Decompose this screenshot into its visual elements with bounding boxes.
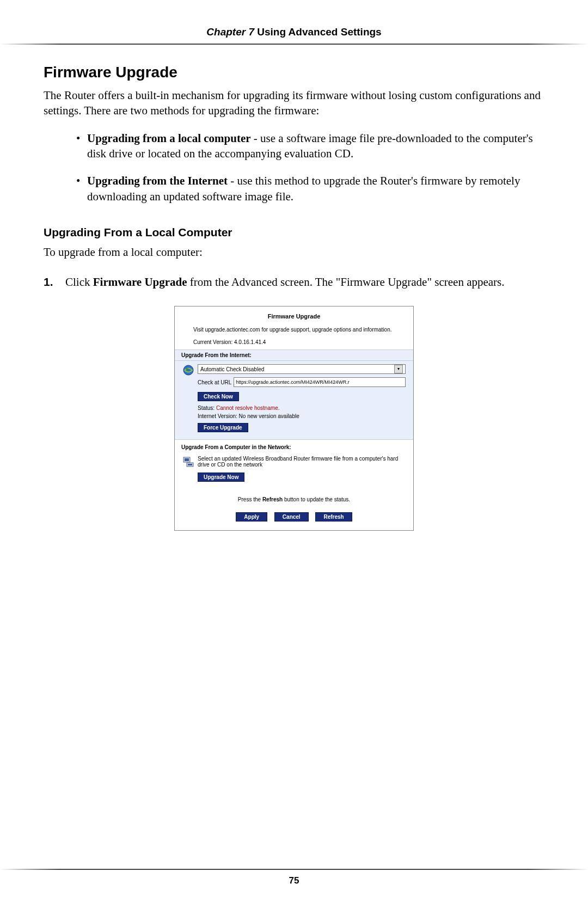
internet-version: Internet Version: No new version availab…: [198, 413, 406, 419]
globe-icon: [182, 364, 194, 376]
method-bold: Upgrading from the Internet: [87, 174, 228, 187]
computer-icon: [182, 456, 194, 469]
footer-divider: [0, 869, 588, 870]
force-upgrade-button[interactable]: Force Upgrade: [198, 423, 248, 432]
network-section-header: Upgrade From a Computer in the Network:: [175, 440, 413, 452]
refresh-button[interactable]: Refresh: [315, 512, 352, 522]
method-item: Upgrading from a local computer - use a …: [76, 131, 544, 162]
screenshot-container: Firmware Upgrade Visit upgrade.actiontec…: [44, 306, 544, 531]
network-section-body: Select an updated Wireless Broadband Rou…: [175, 452, 413, 489]
method-bold: Upgrading from a local computer: [87, 132, 251, 145]
apply-button[interactable]: Apply: [236, 512, 267, 522]
section-title: Firmware Upgrade: [44, 64, 544, 81]
chapter-title: Using Advanced Settings: [257, 26, 381, 38]
firmware-upgrade-screenshot: Firmware Upgrade Visit upgrade.actiontec…: [174, 306, 414, 531]
chevron-down-icon: ▼: [394, 365, 403, 373]
url-input[interactable]: https://upgrade.actiontec.com/MI424WR/MI…: [234, 377, 406, 387]
chapter-prefix: Chapter 7: [206, 26, 254, 38]
step-item: Click Firmware Upgrade from the Advanced…: [44, 274, 544, 290]
network-text: Select an updated Wireless Broadband Rou…: [198, 456, 406, 468]
method-list: Upgrading from a local computer - use a …: [44, 131, 544, 204]
url-label: Check at URL: [198, 379, 231, 385]
page-header: Chapter 7 Using Advanced Settings: [0, 0, 588, 38]
select-value: Automatic Check Disabled: [200, 366, 264, 372]
step-text-bold: Firmware Upgrade: [93, 275, 187, 289]
status-label: Status:: [198, 405, 216, 411]
screenshot-title: Firmware Upgrade: [175, 306, 413, 324]
refresh-hint: Press the Refresh button to update the s…: [175, 489, 413, 502]
step-list: Click Firmware Upgrade from the Advanced…: [44, 274, 544, 290]
action-buttons: Apply Cancel Refresh: [175, 502, 413, 530]
step-text-pre: Click: [65, 275, 93, 289]
status-line: Status: Cannot resolve hostname.: [198, 405, 406, 411]
subsection-intro: To upgrade from a local computer:: [44, 246, 544, 259]
visit-text: Visit upgrade.actiontec.com for upgrade …: [175, 324, 413, 336]
method-item: Upgrading from the Internet - use this m…: [76, 173, 544, 204]
check-now-button[interactable]: Check Now: [198, 392, 239, 401]
section-intro: The Router offers a built-in mechanism f…: [44, 88, 544, 119]
page-content: Firmware Upgrade The Router offers a bui…: [0, 45, 588, 531]
svg-rect-4: [188, 464, 192, 465]
internet-section-body: Automatic Check Disabled ▼ Check at URL …: [175, 361, 413, 440]
current-version: Current Version: 4.0.16.1.41.4: [175, 336, 413, 349]
auto-check-select[interactable]: Automatic Check Disabled ▼: [198, 364, 406, 374]
upgrade-now-button[interactable]: Upgrade Now: [198, 473, 244, 482]
svg-rect-2: [185, 458, 189, 461]
step-text-post: from the Advanced screen. The "Firmware …: [187, 275, 505, 289]
internet-section-header: Upgrade From the Internet:: [175, 349, 413, 361]
cancel-button[interactable]: Cancel: [274, 512, 309, 522]
status-value: Cannot resolve hostname.: [216, 405, 280, 411]
page-footer: 75: [0, 863, 588, 886]
page-number: 75: [0, 875, 588, 886]
subsection-title: Upgrading From a Local Computer: [44, 226, 544, 239]
